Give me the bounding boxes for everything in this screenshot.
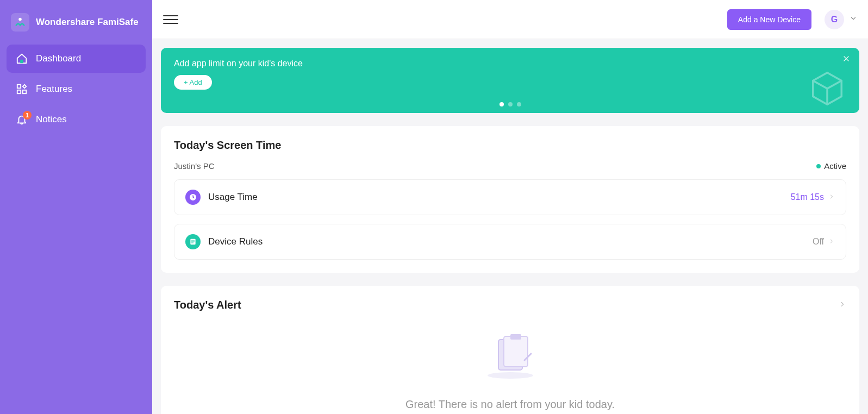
avatar[interactable]: G [825, 10, 844, 29]
alert-empty-text: Great! There is no alert from your kid t… [405, 398, 615, 411]
svg-rect-1 [20, 60, 23, 63]
screen-time-card: Today's Screen Time Justin's PC Active U… [161, 126, 859, 273]
alert-header: Today's Alert [174, 299, 846, 311]
sidebar-item-label: Dashboard [36, 53, 81, 64]
sidebar-item-label: Features [36, 84, 72, 95]
content-scroll[interactable]: Add app limit on your kid's device + Add [152, 39, 868, 414]
screen-time-title: Today's Screen Time [174, 139, 846, 152]
chevron-down-icon[interactable] [850, 15, 857, 24]
banner-title: Add app limit on your kid's device [174, 59, 846, 68]
notices-badge: 1 [23, 111, 32, 120]
close-icon[interactable] [842, 54, 851, 65]
svg-point-0 [18, 18, 22, 21]
device-header: Justin's PC Active [174, 161, 846, 171]
hamburger-menu-icon[interactable] [163, 12, 178, 27]
alert-title: Today's Alert [174, 299, 241, 311]
status-dot-icon [816, 164, 821, 168]
row-value: 51m 15s [791, 192, 824, 202]
status-label: Active [824, 161, 846, 171]
sidebar-item-features[interactable]: Features [7, 75, 146, 103]
carousel-dot[interactable] [517, 102, 521, 106]
svg-rect-3 [23, 90, 26, 93]
chevron-right-icon [828, 192, 835, 202]
topbar: Add a New Device G [152, 0, 868, 39]
promo-banner: Add app limit on your kid's device + Add [161, 48, 859, 113]
svg-point-10 [488, 372, 533, 379]
banner-add-button[interactable]: + Add [174, 75, 212, 90]
logo-icon [11, 13, 29, 32]
grid-icon [15, 83, 28, 96]
device-rules-row[interactable]: Device Rules Off [174, 224, 846, 260]
sidebar: Wondershare FamiSafe Dashboard [0, 0, 152, 414]
svg-rect-8 [504, 336, 528, 367]
status-block: Active [816, 161, 846, 171]
home-icon [15, 52, 28, 65]
carousel-dots [499, 102, 521, 106]
logo-block: Wondershare FamiSafe [0, 7, 152, 45]
carousel-dot[interactable] [508, 102, 513, 106]
carousel-dot[interactable] [499, 102, 504, 106]
brand-name: Wondershare FamiSafe [36, 17, 139, 28]
svg-rect-4 [17, 90, 21, 93]
chevron-right-icon[interactable] [839, 300, 846, 310]
clock-icon [185, 190, 201, 205]
device-name: Justin's PC [174, 161, 215, 171]
cube-icon [808, 70, 846, 110]
sidebar-item-notices[interactable]: 1 Notices [7, 105, 146, 134]
alert-card: Today's Alert [161, 286, 859, 414]
row-label: Usage Time [208, 192, 791, 203]
usage-time-row[interactable]: Usage Time 51m 15s [174, 179, 846, 215]
svg-rect-2 [17, 85, 21, 88]
row-value: Off [813, 237, 824, 247]
row-label: Device Rules [208, 236, 813, 247]
chevron-right-icon [828, 237, 835, 247]
sidebar-item-dashboard[interactable]: Dashboard [7, 45, 146, 73]
alert-empty-state: Great! There is no alert from your kid t… [174, 311, 846, 411]
sidebar-item-label: Notices [36, 114, 67, 125]
clipboard-illustration-icon [478, 333, 543, 382]
list-icon [185, 234, 201, 249]
svg-rect-9 [510, 334, 521, 340]
bell-icon: 1 [15, 113, 28, 126]
sidebar-nav: Dashboard Features [0, 45, 152, 134]
main: Add a New Device G Add app limit on your… [152, 0, 868, 414]
add-device-button[interactable]: Add a New Device [727, 9, 811, 30]
